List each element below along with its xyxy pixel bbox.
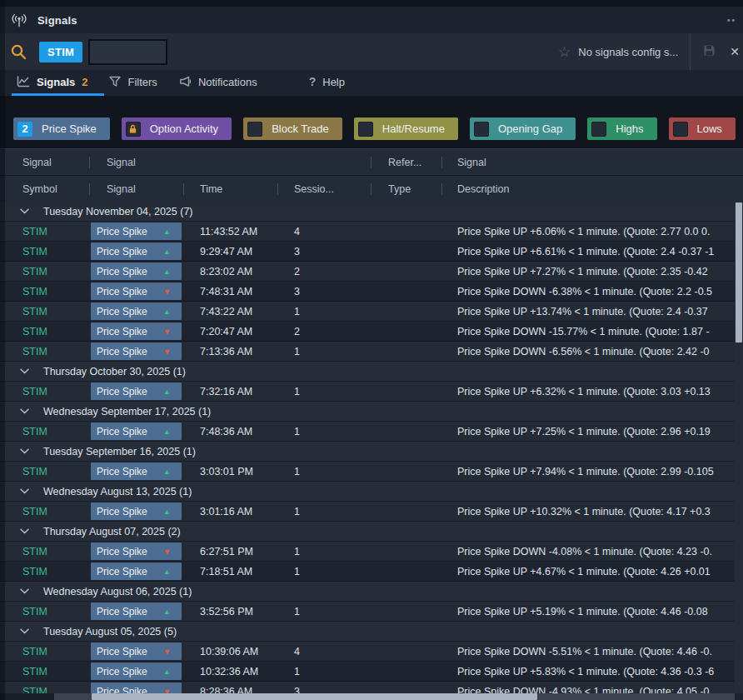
signal-row[interactable]: STIM Price Spike ▲ 3:01:16 AM 1 Price Sp… bbox=[0, 502, 743, 522]
broadcast-signal-icon bbox=[11, 13, 27, 28]
close-button[interactable]: ✕ bbox=[728, 33, 743, 70]
filter-button-block-trade[interactable]: Block Trade bbox=[243, 118, 342, 140]
chevron-down-icon[interactable] bbox=[20, 368, 29, 374]
date-group-row[interactable]: Wednesday August 06, 2025 (1) bbox=[0, 582, 743, 602]
session-cell: 1 bbox=[277, 506, 371, 518]
search-input[interactable] bbox=[88, 39, 167, 65]
group-label: Wednesday September 17, 2025 (1) bbox=[43, 406, 211, 418]
signal-row[interactable]: STIM Price Spike ▼ 8:28:36 AM 3 Price Sp… bbox=[0, 682, 743, 693]
signal-row[interactable]: STIM Price Spike ▲ 7:18:51 AM 1 Price Sp… bbox=[0, 562, 743, 582]
signal-row[interactable]: STIM Price Spike ▼ 7:13:36 AM 1 Price Sp… bbox=[0, 342, 743, 362]
header-divider bbox=[441, 183, 442, 195]
description-cell: Price Spike UP +13.74% < 1 minute. (Quot… bbox=[441, 306, 743, 318]
chevron-down-icon[interactable] bbox=[20, 488, 29, 494]
date-group-row[interactable]: Tuesday September 16, 2025 (1) bbox=[0, 442, 743, 462]
chevron-down-icon[interactable] bbox=[20, 528, 29, 534]
date-group-row[interactable]: Thursday October 30, 2025 (1) bbox=[0, 362, 743, 382]
favorite-star-icon[interactable]: ☆ bbox=[558, 45, 571, 59]
date-group-row[interactable]: Wednesday August 13, 2025 (1) bbox=[0, 482, 743, 502]
direction-arrow-icon: ▲ bbox=[163, 608, 171, 616]
signal-badge: Price Spike ▲ bbox=[91, 662, 182, 680]
date-group-row[interactable]: Thursday August 07, 2025 (2) bbox=[0, 522, 743, 542]
chevron-down-icon[interactable] bbox=[20, 588, 29, 594]
signal-row[interactable]: STIM Price Spike ▼ 6:27:51 PM 1 Price Sp… bbox=[0, 542, 743, 562]
header-session[interactable]: Sessio... bbox=[277, 183, 371, 195]
signal-row[interactable]: STIM Price Spike ▲ 8:23:02 AM 2 Price Sp… bbox=[0, 262, 743, 282]
session-cell: 1 bbox=[277, 546, 371, 558]
header-signal-group-3[interactable]: Signal bbox=[441, 157, 743, 168]
signal-row[interactable]: STIM Price Spike ▼ 7:48:31 AM 3 Price Sp… bbox=[0, 282, 743, 302]
vertical-scrollbar[interactable] bbox=[735, 202, 743, 693]
chevron-down-icon[interactable] bbox=[20, 448, 29, 454]
filter-checkbox bbox=[247, 122, 262, 137]
symbol-cell: STIM bbox=[0, 686, 89, 694]
chevron-down-icon[interactable] bbox=[20, 208, 29, 214]
symbol-chip[interactable]: STIM bbox=[39, 42, 82, 62]
filter-button-halt-resume[interactable]: Halt/Resume bbox=[354, 118, 458, 140]
date-group-row[interactable]: Tuesday November 04, 2025 (7) bbox=[0, 202, 743, 222]
signals-count-badge: 2 bbox=[82, 76, 87, 88]
date-group-row[interactable]: Wednesday September 17, 2025 (1) bbox=[0, 402, 743, 422]
tab-filters[interactable]: Filters bbox=[104, 70, 173, 96]
filter-button-opening-gap[interactable]: Opening Gap bbox=[470, 118, 576, 140]
tab-signals[interactable]: Signals 2 bbox=[12, 70, 104, 96]
tab-help[interactable]: ? Help bbox=[304, 70, 362, 96]
titlebar: Signals •• bbox=[0, 7, 743, 33]
question-mark-icon: ? bbox=[309, 75, 317, 88]
chevron-down-icon[interactable] bbox=[20, 628, 29, 634]
signal-row[interactable]: STIM Price Spike ▲ 7:48:36 AM 1 Price Sp… bbox=[0, 422, 743, 442]
scrollbar-corner bbox=[0, 693, 54, 700]
signal-badge: Price Spike ▼ bbox=[91, 322, 182, 340]
filter-bar: 2 Price Spike Option Activity Block Trad… bbox=[13, 118, 743, 140]
header-reference-group[interactable]: Refer... bbox=[371, 157, 441, 168]
header-symbol[interactable]: Symbol bbox=[0, 183, 89, 195]
description-cell: Price Spike DOWN -4.08% < 1 minute. (Quo… bbox=[441, 546, 743, 558]
filter-button-highs[interactable]: Highs bbox=[587, 118, 656, 140]
group-label: Wednesday August 13, 2025 (1) bbox=[43, 486, 192, 498]
time-cell: 3:01:16 AM bbox=[183, 506, 277, 518]
description-cell: Price Spike UP +6.32% < 1 minute. (Quote… bbox=[441, 386, 743, 398]
header-type[interactable]: Type bbox=[371, 183, 441, 195]
header-signal-group-2[interactable]: Signal bbox=[89, 157, 371, 168]
header-time[interactable]: Time bbox=[183, 183, 277, 195]
session-cell: 1 bbox=[277, 666, 371, 678]
filter-checkbox bbox=[591, 122, 606, 137]
direction-arrow-icon: ▲ bbox=[163, 268, 171, 276]
signal-row[interactable]: STIM Price Spike ▼ 7:20:47 AM 2 Price Sp… bbox=[0, 322, 743, 342]
date-group-row[interactable]: Tuesday August 05, 2025 (5) bbox=[0, 622, 743, 642]
symbol-cell: STIM bbox=[0, 306, 89, 318]
session-cell: 3 bbox=[277, 686, 371, 694]
signal-row[interactable]: STIM Price Spike ▲ 3:52:56 PM 1 Price Sp… bbox=[0, 602, 743, 622]
header-description[interactable]: Description bbox=[441, 183, 743, 195]
session-cell: 4 bbox=[277, 646, 371, 658]
signal-row[interactable]: STIM Price Spike ▲ 7:32:16 AM 1 Price Sp… bbox=[0, 382, 743, 402]
filter-button-option-activity[interactable]: Option Activity bbox=[122, 118, 232, 140]
vertical-scrollbar-thumb[interactable] bbox=[736, 202, 742, 342]
direction-arrow-icon: ▲ bbox=[163, 668, 171, 676]
tab-notifications[interactable]: Notifications bbox=[174, 70, 274, 96]
more-options-icon[interactable]: •• bbox=[727, 16, 736, 25]
horizontal-scrollbar[interactable] bbox=[54, 693, 735, 700]
save-button[interactable] bbox=[691, 33, 728, 70]
horizontal-scrollbar-thumb[interactable] bbox=[92, 693, 537, 700]
session-cell: 1 bbox=[277, 466, 371, 478]
signal-row[interactable]: STIM Price Spike ▲ 9:29:47 AM 3 Price Sp… bbox=[0, 242, 743, 262]
header-signal-group[interactable]: Signal bbox=[0, 157, 89, 168]
signal-row[interactable]: STIM Price Spike ▲ 10:32:36 AM 1 Price S… bbox=[0, 662, 743, 682]
description-cell: Price Spike UP +6.06% < 1 minute. (Quote… bbox=[441, 226, 743, 238]
description-cell: Price Spike DOWN -6.38% < 1 minute. (Quo… bbox=[441, 286, 743, 298]
header-signal[interactable]: Signal bbox=[89, 183, 183, 195]
signal-row[interactable]: STIM Price Spike ▲ 7:43:22 AM 1 Price Sp… bbox=[0, 302, 743, 322]
signal-row[interactable]: STIM Price Spike ▲ 11:43:52 AM 4 Price S… bbox=[0, 222, 743, 242]
symbol-cell: STIM bbox=[0, 266, 89, 278]
filter-button-price-spike[interactable]: 2 Price Spike bbox=[13, 118, 110, 140]
chevron-down-icon[interactable] bbox=[20, 408, 29, 414]
session-cell: 2 bbox=[277, 326, 371, 338]
filter-count-badge: 2 bbox=[17, 122, 32, 137]
symbol-cell: STIM bbox=[0, 346, 89, 358]
signal-row[interactable]: STIM Price Spike ▼ 10:39:06 AM 4 Price S… bbox=[0, 642, 743, 662]
time-cell: 7:13:36 AM bbox=[183, 346, 277, 358]
signal-row[interactable]: STIM Price Spike ▲ 3:03:01 PM 1 Price Sp… bbox=[0, 462, 743, 482]
description-cell: Price Spike UP +6.61% < 1 minute. (Quote… bbox=[441, 246, 743, 258]
filter-button-lows[interactable]: Lows bbox=[669, 118, 736, 140]
